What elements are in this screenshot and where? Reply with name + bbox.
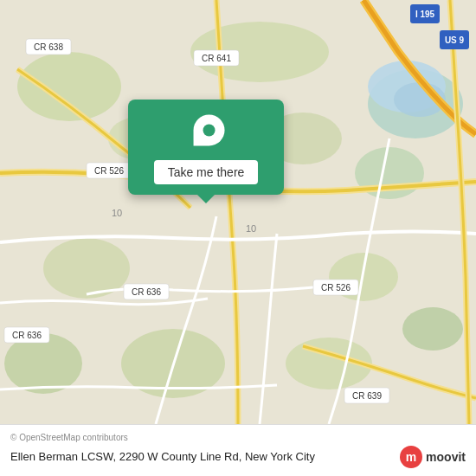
svg-text:10: 10 xyxy=(246,223,256,234)
moovit-logo: m moovit xyxy=(399,445,466,469)
svg-text:US 9: US 9 xyxy=(445,35,465,45)
location-text: Ellen Berman LCSW, 2290 W County Line Rd… xyxy=(10,450,315,463)
location-pin xyxy=(181,108,231,158)
svg-text:10: 10 xyxy=(112,208,122,218)
svg-text:CR 636: CR 636 xyxy=(12,331,42,340)
svg-point-9 xyxy=(402,307,463,351)
map-attribution: © OpenStreetMap contributors xyxy=(10,433,466,442)
take-me-there-button[interactable]: Take me there xyxy=(154,160,259,184)
moovit-icon: m xyxy=(399,445,423,469)
bottom-bar: © OpenStreetMap contributors Ellen Berma… xyxy=(0,424,476,476)
location-info: Ellen Berman LCSW, 2290 W County Line Rd… xyxy=(10,445,466,469)
popup-card[interactable]: Take me there xyxy=(128,100,284,195)
svg-text:CR 638: CR 638 xyxy=(34,42,63,52)
svg-text:CR 636: CR 636 xyxy=(132,287,161,297)
svg-text:CR 526: CR 526 xyxy=(94,166,124,176)
moovit-text: moovit xyxy=(426,450,466,464)
map-container: CR 638 CR 641 CR 526 CR 636 CR 636 CR 52… xyxy=(0,0,476,424)
svg-text:CR 641: CR 641 xyxy=(202,54,231,63)
svg-point-1 xyxy=(17,52,121,121)
svg-text:CR 639: CR 639 xyxy=(352,391,382,401)
svg-text:CR 526: CR 526 xyxy=(321,283,351,293)
svg-text:I 195: I 195 xyxy=(415,10,435,19)
svg-text:m: m xyxy=(406,450,416,464)
